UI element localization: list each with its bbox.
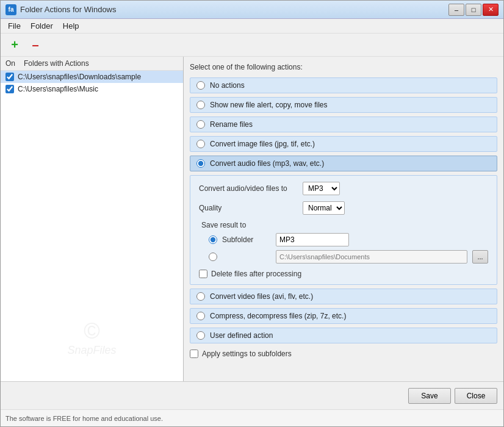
apply-subfolders-checkbox[interactable] bbox=[190, 350, 198, 358]
left-panel: On Folders with Actions C:\Users\snapfil… bbox=[1, 57, 184, 381]
subfolder-row: Subfolder bbox=[201, 233, 488, 246]
action-user-defined[interactable]: User defined action bbox=[190, 328, 497, 343]
format-row: Convert audio/video files to MP3 WAV OGG… bbox=[199, 182, 488, 195]
radio-subfolder[interactable] bbox=[209, 235, 217, 244]
delete-row: Delete files after processing bbox=[199, 270, 488, 278]
action-no-actions[interactable]: No actions bbox=[190, 77, 497, 93]
label-convert-audio: Convert audio files (mp3, wav, etc.) bbox=[210, 159, 324, 168]
header-on: On bbox=[5, 59, 24, 68]
folder-path-downloads: C:\Users\snapfiles\Downloads\sample bbox=[18, 73, 141, 81]
close-button[interactable]: Close bbox=[455, 388, 497, 404]
radio-compress[interactable] bbox=[196, 312, 205, 320]
label-compress: Compress, decompress files (zip, 7z, etc… bbox=[210, 312, 346, 320]
folder-item-music[interactable]: C:\Users\snapfiles\Music bbox=[1, 83, 183, 95]
toolbar: + – bbox=[1, 34, 503, 57]
radio-rename[interactable] bbox=[196, 120, 205, 129]
quality-select[interactable]: Normal High Low bbox=[303, 201, 345, 215]
maximize-button[interactable]: □ bbox=[466, 4, 481, 16]
app-icon: fa bbox=[5, 4, 16, 15]
action-convert-image[interactable]: Convert image files (jpg, tif, etc.) bbox=[190, 136, 497, 152]
radio-convert-video[interactable] bbox=[196, 292, 205, 301]
remove-folder-button[interactable]: – bbox=[26, 37, 45, 53]
radio-convert-audio[interactable] bbox=[196, 159, 205, 168]
browse-button[interactable]: ... bbox=[472, 250, 488, 264]
menu-help[interactable]: Help bbox=[58, 20, 84, 32]
status-bar: The software is FREE for home and educat… bbox=[1, 409, 503, 426]
quality-row: Quality Normal High Low bbox=[199, 201, 488, 215]
save-result-label: Save result to bbox=[201, 221, 488, 229]
format-label: Convert audio/video files to bbox=[199, 184, 297, 193]
action-convert-video[interactable]: Convert video files (avi, flv, etc.) bbox=[190, 289, 497, 304]
main-content: On Folders with Actions C:\Users\snapfil… bbox=[1, 57, 503, 381]
status-text: The software is FREE for home and educat… bbox=[5, 415, 163, 422]
save-path-input[interactable] bbox=[276, 250, 467, 264]
radio-no-actions[interactable] bbox=[196, 81, 205, 90]
label-user-defined: User defined action bbox=[210, 331, 273, 340]
menu-file[interactable]: File bbox=[3, 20, 26, 32]
menu-folder[interactable]: Folder bbox=[26, 20, 58, 32]
subfolder-input[interactable] bbox=[276, 233, 349, 246]
label-no-actions: No actions bbox=[210, 81, 245, 90]
label-rename: Rename files bbox=[210, 120, 253, 129]
action-convert-audio[interactable]: Convert audio files (mp3, wav, etc.) bbox=[190, 156, 497, 171]
folder-path-music: C:\Users\snapfiles\Music bbox=[18, 85, 98, 93]
radio-path[interactable] bbox=[209, 253, 217, 261]
minimize-button[interactable]: – bbox=[448, 4, 464, 16]
main-window: fa Folder Actions for Windows – □ ✕ File… bbox=[0, 0, 504, 427]
window-title: Folder Actions for Windows bbox=[20, 5, 117, 14]
save-button[interactable]: Save bbox=[408, 388, 451, 404]
action-rename[interactable]: Rename files bbox=[190, 117, 497, 132]
save-result-section: Save result to Subfolder ... bbox=[201, 221, 488, 264]
radio-show-alert[interactable] bbox=[196, 101, 205, 109]
title-bar: fa Folder Actions for Windows – □ ✕ bbox=[1, 1, 503, 19]
subfolder-label: Subfolder bbox=[222, 235, 271, 244]
audio-settings-panel: Convert audio/video files to MP3 WAV OGG… bbox=[190, 175, 497, 285]
folder-list: C:\Users\snapfiles\Downloads\sample C:\U… bbox=[1, 71, 183, 381]
delete-checkbox[interactable] bbox=[199, 270, 207, 278]
folder-item-downloads[interactable]: C:\Users\snapfiles\Downloads\sample bbox=[1, 71, 183, 83]
action-show-alert[interactable]: Show new file alert, copy, move files bbox=[190, 97, 497, 113]
right-panel: Select one of the following actions: No … bbox=[184, 57, 503, 381]
header-folders: Folders with Actions bbox=[24, 59, 178, 68]
label-convert-image: Convert image files (jpg, tif, etc.) bbox=[210, 140, 315, 148]
menu-bar: File Folder Help bbox=[1, 19, 503, 34]
folder-checkbox-downloads[interactable] bbox=[5, 73, 14, 81]
label-show-alert: Show new file alert, copy, move files bbox=[210, 101, 328, 109]
quality-label: Quality bbox=[199, 204, 297, 212]
add-folder-button[interactable]: + bbox=[5, 37, 24, 53]
format-select[interactable]: MP3 WAV OGG FLAC AAC bbox=[303, 182, 340, 195]
radio-user-defined[interactable] bbox=[196, 331, 205, 340]
apply-subfolders-label: Apply settings to subfolders bbox=[202, 350, 292, 358]
action-compress[interactable]: Compress, decompress files (zip, 7z, etc… bbox=[190, 308, 497, 324]
radio-convert-image[interactable] bbox=[196, 140, 205, 148]
path-row: ... bbox=[201, 250, 488, 264]
panel-header: On Folders with Actions bbox=[1, 57, 183, 71]
apply-subfolders-row: Apply settings to subfolders bbox=[190, 350, 497, 358]
close-window-button[interactable]: ✕ bbox=[483, 4, 499, 16]
section-label: Select one of the following actions: bbox=[190, 63, 497, 71]
folder-checkbox-music[interactable] bbox=[5, 85, 14, 93]
label-convert-video: Convert video files (avi, flv, etc.) bbox=[210, 292, 313, 301]
delete-label: Delete files after processing bbox=[211, 270, 301, 278]
button-bar: Save Close bbox=[1, 381, 503, 409]
window-controls: – □ ✕ bbox=[448, 4, 499, 16]
